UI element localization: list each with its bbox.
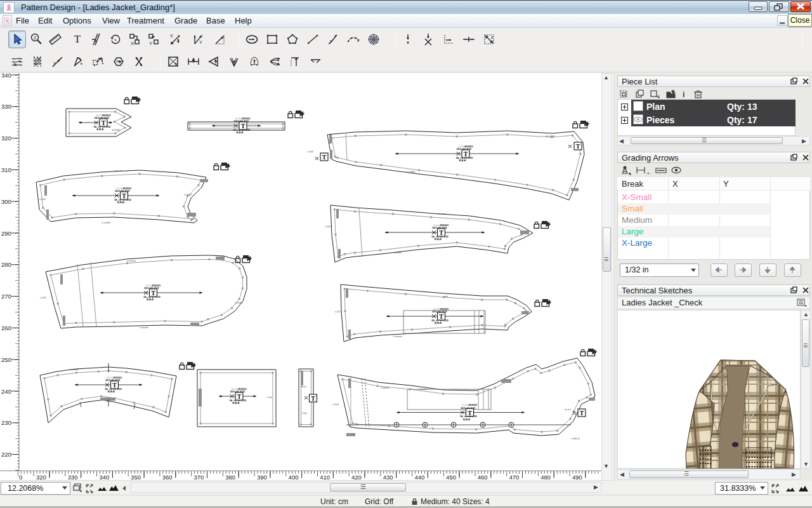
svg-text:370: 370 [194, 474, 204, 481]
svg-text:T: T [576, 143, 580, 150]
svg-text:x.x.xxx: x.x.xxx [438, 212, 447, 215]
svg-text:480: 480 [540, 474, 551, 481]
svg-text:400: 400 [289, 474, 299, 481]
svg-text:390: 390 [257, 474, 267, 481]
svg-text:x.xx.xx: x.xx.xx [114, 169, 123, 172]
svg-text:T: T [580, 410, 584, 417]
svg-text:1.0003: 1.0003 [381, 386, 389, 389]
svg-text:440: 440 [414, 474, 424, 481]
svg-text:1.7.005: 1.7.005 [406, 170, 416, 173]
svg-text:X: X [131, 41, 134, 46]
svg-text:T: T [439, 313, 443, 320]
svg-text:1.x.005: 1.x.005 [102, 221, 110, 224]
svg-text:x: x [200, 34, 203, 38]
svg-text:T: T [439, 229, 443, 236]
svg-text:i: i [683, 90, 684, 99]
svg-text:430: 430 [383, 474, 393, 481]
svg-text:B,B,B: B,B,B [147, 298, 154, 301]
svg-text:T: T [74, 33, 81, 45]
svg-text:T: T [112, 382, 117, 389]
svg-text:x.2x02: x.2x02 [235, 301, 243, 304]
svg-text:470: 470 [509, 474, 520, 481]
svg-text:B,B,B: B,B,B [435, 237, 442, 241]
svg-text:330: 330 [68, 474, 78, 481]
svg-text:340: 340 [99, 474, 109, 481]
svg-text:360: 360 [162, 474, 173, 481]
svg-text:350: 350 [131, 474, 141, 481]
svg-text:x.2x2: x.2x2 [332, 403, 339, 406]
svg-text:B,B,B: B,B,B [117, 201, 124, 204]
svg-text:380: 380 [225, 474, 235, 481]
svg-text:x.300.4: x.300.4 [571, 437, 580, 440]
svg-text:x.2x2: x.2x2 [39, 197, 46, 201]
svg-text:4.5.003: 4.5.003 [546, 135, 555, 138]
svg-text:Z: Z [34, 35, 37, 41]
svg-text:Y: Y [149, 41, 153, 46]
svg-text:T: T [322, 154, 327, 161]
svg-text:T: T [241, 123, 246, 130]
svg-text:1.0x: 1.0x [267, 396, 273, 399]
svg-text:x.2x2: x.2x2 [325, 225, 332, 228]
svg-text:460: 460 [478, 474, 488, 481]
svg-text:T: T [468, 410, 472, 417]
svg-text:T: T [122, 192, 126, 199]
svg-text:450: 450 [446, 474, 456, 481]
svg-text:T: T [151, 290, 155, 297]
svg-text:x.x.xxx: x.x.xxx [393, 251, 402, 254]
svg-text:320: 320 [36, 474, 46, 481]
svg-text:xxxx: xxxx [301, 385, 306, 388]
svg-text:B,B,B: B,B,B [459, 159, 466, 162]
svg-text:4.5x03: 4.5x03 [112, 128, 120, 131]
svg-text:xx.xx: xx.xx [565, 408, 571, 411]
svg-text:x.xxxxx: x.xxxxx [393, 335, 403, 338]
svg-text:x.xxxxx: x.xxxxx [140, 326, 149, 329]
svg-text:T: T [311, 395, 315, 402]
svg-text:420: 420 [351, 474, 362, 481]
svg-text:B,B,B: B,B,B [97, 128, 104, 131]
svg-text:x.xxxxx: x.xxxxx [70, 368, 79, 371]
svg-text:x.xxxxx: x.xxxxx [419, 387, 428, 391]
svg-text:B,B,B: B,B,B [463, 418, 470, 421]
svg-text:B,B,B: B,B,B [237, 131, 244, 134]
svg-text:1.0x: 1.0x [302, 411, 308, 415]
svg-text:X: X [170, 34, 173, 38]
svg-text:x.2x.2: x.2x.2 [335, 310, 343, 313]
svg-text:410: 410 [320, 474, 330, 481]
svg-text:T: T [102, 119, 106, 126]
svg-text:0: 0 [19, 474, 22, 481]
svg-text:Y: Y [199, 40, 202, 44]
svg-text:T: T [464, 150, 468, 157]
svg-text:T: T [237, 393, 242, 400]
svg-text:xxx: xxx [444, 295, 449, 298]
svg-text:x.2x2: x.2x2 [307, 150, 314, 153]
svg-text:B,B,B: B,B,B [108, 390, 115, 393]
svg-text:490: 490 [572, 474, 582, 481]
svg-text:x.xxxxx: x.xxxxx [127, 259, 136, 262]
svg-text:x.2x02: x.2x02 [184, 193, 192, 196]
svg-text:B,B,B: B,B,B [233, 401, 240, 404]
svg-text:B,B,B: B,B,B [435, 321, 442, 324]
svg-text:x.2x2: x.2x2 [40, 296, 47, 299]
